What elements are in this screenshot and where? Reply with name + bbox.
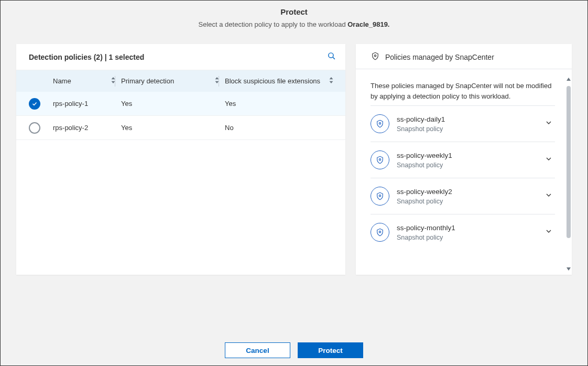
- col-header-name[interactable]: Name: [53, 77, 121, 85]
- svg-marker-14: [567, 267, 571, 271]
- shield-icon: [371, 51, 380, 62]
- cell-block: Yes: [225, 100, 236, 107]
- workload-name: Oracle_9819.: [347, 20, 389, 28]
- policy-type: Snapshot policy: [397, 125, 537, 133]
- chevron-down-icon[interactable]: [545, 191, 553, 201]
- divider: [356, 69, 572, 69]
- policy-name: ss-policy-weekly1: [397, 152, 537, 159]
- sort-icon[interactable]: [329, 77, 334, 85]
- policy-item[interactable]: ss-policy-daily1 Snapshot policy: [371, 105, 555, 142]
- cell-primary: Yes: [121, 124, 132, 132]
- policy-item[interactable]: ss-policy-weekly1 Snapshot policy: [371, 142, 555, 178]
- table-row[interactable]: rps-policy-2 Yes No: [16, 116, 345, 140]
- shield-icon: [371, 114, 389, 133]
- cell-name: rps-policy-1: [53, 100, 88, 107]
- col-block-label: Block suspicious file extensions: [225, 77, 320, 85]
- managed-policies-panel: Policies managed by SnapCenter These pol…: [356, 44, 572, 275]
- policy-type: Snapshot policy: [397, 198, 537, 205]
- scrollbar[interactable]: [567, 74, 571, 274]
- svg-point-0: [329, 53, 333, 58]
- managed-info-text: These policies managed by SnapCenter wil…: [371, 81, 555, 105]
- cell-block: No: [225, 124, 234, 132]
- svg-point-12: [379, 231, 380, 233]
- policy-type: Snapshot policy: [397, 162, 537, 169]
- svg-line-1: [333, 57, 335, 59]
- svg-point-11: [379, 195, 380, 197]
- cell-name: rps-policy-2: [53, 124, 88, 132]
- managed-panel-title: Policies managed by SnapCenter: [385, 53, 494, 61]
- row-radio-unchecked[interactable]: [29, 122, 40, 134]
- policy-item[interactable]: ss-policy-monthly1 Snapshot policy: [371, 214, 555, 250]
- policy-name: ss-policy-weekly2: [397, 188, 537, 196]
- subtitle-prefix: Select a detection policy to apply to th…: [199, 20, 348, 28]
- policy-item[interactable]: ss-policy-weekly2 Snapshot policy: [371, 178, 555, 214]
- svg-point-8: [374, 55, 376, 57]
- chevron-down-icon[interactable]: [545, 155, 553, 165]
- chevron-down-icon[interactable]: [545, 119, 553, 129]
- svg-marker-13: [567, 78, 571, 81]
- protect-button[interactable]: Protect: [298, 342, 363, 358]
- col-primary-label: Primary detection: [121, 77, 174, 85]
- policy-name: ss-policy-monthly1: [397, 224, 537, 232]
- detection-panel-title: Detection policies (2) | 1 selected: [29, 53, 144, 61]
- scrollbar-thumb[interactable]: [567, 86, 571, 238]
- row-radio-checked[interactable]: [29, 98, 40, 110]
- scroll-up-icon[interactable]: [566, 74, 571, 84]
- table-row[interactable]: rps-policy-1 Yes Yes: [16, 92, 345, 116]
- col-header-block[interactable]: Block suspicious file extensions: [225, 77, 345, 85]
- shield-icon: [371, 187, 389, 206]
- col-header-primary[interactable]: Primary detection: [121, 77, 225, 85]
- svg-marker-7: [330, 81, 333, 83]
- policy-type: Snapshot policy: [397, 234, 537, 241]
- svg-marker-6: [330, 77, 333, 79]
- page-subtitle: Select a detection policy to apply to th…: [1, 20, 587, 28]
- cancel-button[interactable]: Cancel: [225, 342, 290, 358]
- table-header-row: Name Primary detection Block suspicious …: [16, 70, 345, 92]
- svg-point-9: [379, 123, 380, 124]
- chevron-down-icon[interactable]: [545, 227, 553, 238]
- cell-primary: Yes: [121, 100, 132, 107]
- scroll-down-icon[interactable]: [566, 264, 571, 274]
- shield-icon: [371, 223, 389, 242]
- col-name-label: Name: [53, 77, 71, 85]
- search-icon[interactable]: [327, 51, 336, 62]
- detection-policies-panel: Detection policies (2) | 1 selected Name…: [16, 44, 345, 275]
- shield-icon: [371, 150, 389, 169]
- page-title: Protect: [1, 7, 587, 16]
- svg-point-10: [379, 159, 380, 160]
- policy-name: ss-policy-daily1: [397, 115, 537, 123]
